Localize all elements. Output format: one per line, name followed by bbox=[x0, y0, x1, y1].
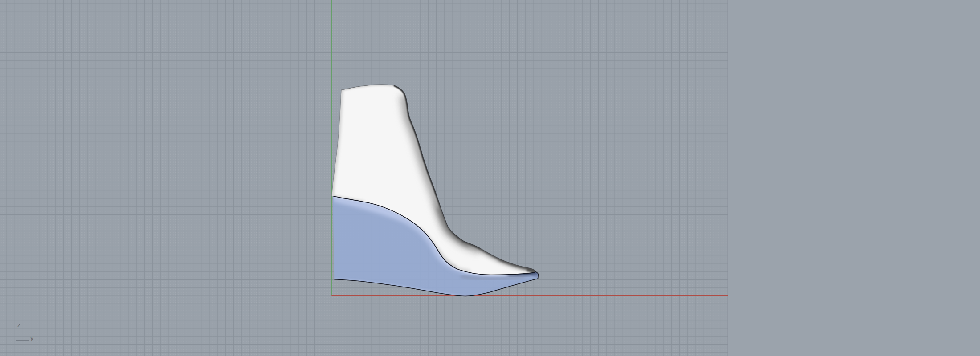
svg-text:y: y bbox=[30, 335, 33, 341]
svg-text:z: z bbox=[17, 322, 20, 328]
